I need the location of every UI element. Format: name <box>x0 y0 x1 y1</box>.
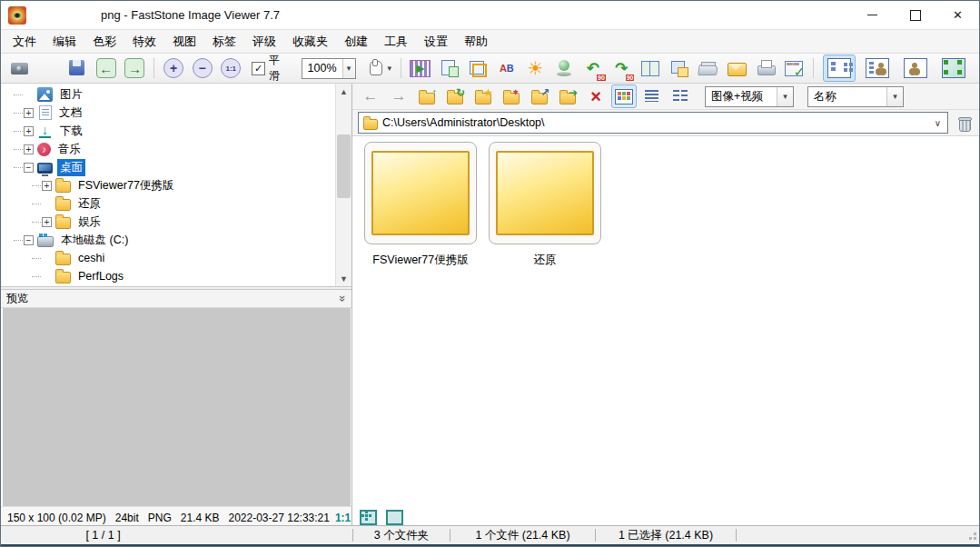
tree-item-桌面[interactable]: −桌面 <box>1 158 336 176</box>
menu-item-8[interactable]: 收藏夹 <box>284 30 336 54</box>
thumbnail-strip-view-button[interactable] <box>861 55 894 82</box>
next-image-button[interactable]: → <box>122 55 149 81</box>
zoom-dropdown-icon[interactable]: ▾ <box>342 59 355 78</box>
tree-item-ceshi[interactable]: ceshi <box>1 249 336 267</box>
favorites-folder-button[interactable]: ★ <box>470 85 496 108</box>
smooth-checkbox[interactable]: ✓平滑 <box>252 53 290 84</box>
expand-icon[interactable]: + <box>42 181 52 191</box>
new-folder-button[interactable]: ＊ <box>499 85 524 108</box>
hand-tool-dropdown-icon[interactable]: ▾ <box>388 64 392 73</box>
crop-button[interactable] <box>464 55 491 81</box>
settings-button[interactable] <box>780 55 807 81</box>
full-window-view-button[interactable] <box>899 55 932 82</box>
email-button[interactable] <box>723 55 750 81</box>
expand-icon[interactable]: + <box>24 126 34 136</box>
menu-item-3[interactable]: 色彩 <box>84 30 124 54</box>
compare-images-button[interactable] <box>637 55 664 81</box>
file-item[interactable]: FSViewer77便携版 <box>363 142 478 268</box>
menu-item-11[interactable]: 设置 <box>416 30 456 54</box>
full-window-view-icon <box>904 58 927 78</box>
fit-window-icon[interactable] <box>360 510 377 525</box>
thumbnails-view-button[interactable] <box>611 85 637 108</box>
copy-to-folder-button[interactable]: ↗ <box>527 85 552 108</box>
save-as-button[interactable] <box>64 55 91 81</box>
rename-icon: AB <box>496 57 518 79</box>
tree-item-文档[interactable]: +文档 <box>1 104 336 122</box>
compare-images-icon <box>639 57 661 79</box>
fullscreen-button[interactable] <box>937 55 970 82</box>
tree-item-下载[interactable]: +下载 <box>1 122 336 140</box>
collapse-icon[interactable]: − <box>24 163 34 173</box>
menu-item-5[interactable]: 视图 <box>164 30 204 54</box>
recycle-bin-button[interactable] <box>954 113 974 133</box>
tree-item-PerfLogs[interactable]: PerfLogs <box>1 267 336 285</box>
tree-item-娱乐[interactable]: +娱乐 <box>1 213 336 231</box>
rename-button[interactable]: AB <box>493 55 520 81</box>
menu-item-10[interactable]: 工具 <box>376 30 416 54</box>
minimize-icon <box>867 15 877 15</box>
up-folder-button[interactable]: ↑ <box>414 85 440 108</box>
menu-item-6[interactable]: 标签 <box>204 30 244 54</box>
resize-grip[interactable] <box>967 531 976 540</box>
filter-dropdown-icon[interactable]: ▾ <box>777 87 793 106</box>
close-button[interactable]: ✕ <box>936 1 979 29</box>
import-photos-button[interactable] <box>6 55 34 81</box>
next-image-icon: → <box>124 58 144 78</box>
resize-button[interactable] <box>436 55 463 81</box>
rotate-left-button[interactable]: ↶ <box>579 55 607 81</box>
title-bar: png - FastStone Image Viewer 7.7 ✕ <box>1 1 979 30</box>
tree-item-FSViewer77便携版[interactable]: +FSViewer77便携版 <box>1 176 336 194</box>
delete-button[interactable]: × <box>583 85 609 108</box>
minimize-button[interactable] <box>851 1 894 29</box>
move-to-folder-button[interactable]: ➔ <box>555 85 580 108</box>
zoom-out-button[interactable]: − <box>189 55 216 81</box>
details-view-button[interactable] <box>639 85 665 108</box>
zoom-level-combo[interactable]: 100%▾ <box>302 58 356 79</box>
rotate-right-button[interactable]: ↷ <box>609 55 636 81</box>
scroll-up-icon[interactable]: ▲ <box>336 84 351 99</box>
collapse-preview-icon[interactable]: » <box>336 295 350 302</box>
scrollbar-thumb[interactable] <box>337 134 351 198</box>
expand-icon[interactable]: + <box>24 144 34 154</box>
print-button[interactable] <box>752 55 779 81</box>
hand-tool-button[interactable]: ▾ <box>361 55 396 81</box>
sort-combo[interactable]: 名称▾ <box>807 86 904 107</box>
favorites-folder-icon: ★ <box>474 87 492 105</box>
menu-item-4[interactable]: 特效 <box>124 30 164 54</box>
filter-combo[interactable]: 图像+视频▾ <box>705 86 794 107</box>
acquire-scanner-button[interactable] <box>695 55 722 81</box>
slideshow-button[interactable]: ▶ <box>407 55 434 81</box>
address-bar[interactable]: C:\Users\Administrator\Desktop\ ∨ <box>358 112 948 134</box>
adjust-colors-button[interactable]: ☀ <box>522 55 549 81</box>
tree-item-图片[interactable]: 图片 <box>1 85 336 104</box>
fullscreen-preview-icon[interactable] <box>386 510 403 525</box>
sort-dropdown-icon[interactable]: ▾ <box>886 87 903 106</box>
tree-item-音乐[interactable]: +音乐 <box>1 140 336 158</box>
expand-icon[interactable]: + <box>42 217 52 227</box>
menu-item-7[interactable]: 评级 <box>244 30 284 54</box>
maximize-button[interactable] <box>894 1 936 29</box>
tree-scrollbar[interactable]: ▲ ▼ <box>335 84 351 286</box>
red-eye-removal-button[interactable] <box>550 55 578 81</box>
scroll-down-icon[interactable]: ▼ <box>336 271 351 286</box>
menu-item-9[interactable]: 创建 <box>336 30 376 54</box>
collapse-icon[interactable]: − <box>24 235 34 245</box>
file-item[interactable]: 还原 <box>488 142 602 268</box>
address-dropdown-icon[interactable]: ∨ <box>935 118 943 128</box>
menu-item-2[interactable]: 编辑 <box>45 30 84 54</box>
refresh-folder-button[interactable]: ↻ <box>442 85 468 108</box>
expand-icon[interactable]: + <box>24 108 34 118</box>
copy-move-button[interactable] <box>666 55 693 81</box>
previous-image-button[interactable]: ← <box>93 55 120 81</box>
tree-item-本地磁盘 (C:)[interactable]: −本地磁盘 (C:) <box>1 231 336 249</box>
forward-button[interactable]: → <box>386 85 411 108</box>
open-file-button[interactable] <box>35 55 63 81</box>
menu-item-1[interactable]: 文件 <box>5 30 45 54</box>
list-view-button[interactable] <box>668 85 693 108</box>
zoom-in-button[interactable]: + <box>160 55 187 81</box>
browse-view-button[interactable] <box>823 55 856 82</box>
tree-item-还原[interactable]: 还原 <box>1 194 336 213</box>
actual-size-button[interactable]: 1:1 <box>217 55 244 81</box>
menu-item-12[interactable]: 帮助 <box>456 30 496 54</box>
back-button[interactable]: ← <box>358 85 383 108</box>
